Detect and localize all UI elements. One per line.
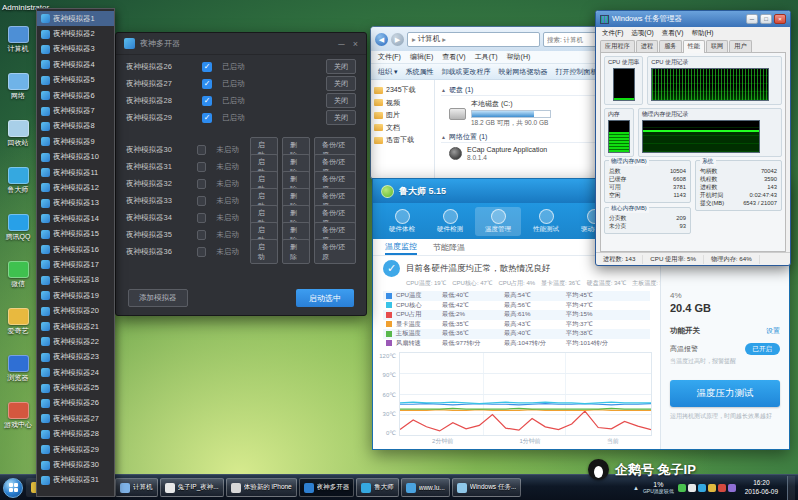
desktop-icon[interactable]: 回收站 <box>1 120 35 148</box>
list-item[interactable]: 夜神模拟器15 <box>37 226 114 241</box>
list-item[interactable]: 夜神模拟器29 <box>37 442 114 457</box>
tray-icon[interactable] <box>678 484 686 492</box>
sidebar-item[interactable]: 视频 <box>374 97 431 110</box>
list-item[interactable]: 夜神模拟器1 <box>37 11 114 26</box>
toolbar-item[interactable]: 卸载或更改程序 <box>441 67 490 77</box>
organize-button[interactable]: 组织 ▾ <box>378 67 397 77</box>
toolbar-item[interactable]: 映射网络驱动器 <box>498 67 547 77</box>
section-header-disks[interactable]: ▲ 硬盘 (1) <box>441 85 599 96</box>
tray-icon[interactable] <box>708 484 716 492</box>
checkbox-checked[interactable]: ✓ <box>202 96 212 106</box>
desktop-icon[interactable]: 浏览器 <box>1 355 35 383</box>
clock[interactable]: 16:20 2016-06-09 <box>740 479 783 496</box>
forward-button[interactable]: ▶ <box>391 33 404 46</box>
nav-item[interactable]: 温度管理 <box>475 207 521 236</box>
menu-item[interactable]: 选项(O) <box>631 29 653 38</box>
sidebar-item[interactable]: 2345下载 <box>374 84 431 97</box>
tab[interactable]: 用户 <box>729 40 751 53</box>
taskbar-button[interactable]: www.lu... <box>401 478 450 497</box>
tab[interactable]: 应用程序 <box>600 40 635 53</box>
close-button[interactable]: × <box>353 39 358 49</box>
list-item[interactable]: 夜神模拟器17 <box>37 257 114 272</box>
list-item[interactable]: 夜神模拟器14 <box>37 211 114 226</box>
list-item[interactable]: 夜神模拟器11 <box>37 165 114 180</box>
tab[interactable]: 服务 <box>659 40 681 53</box>
checkbox-unchecked[interactable] <box>197 213 206 223</box>
list-item[interactable]: 夜神模拟器12 <box>37 180 114 195</box>
list-item[interactable]: 夜神模拟器16 <box>37 242 114 257</box>
taskbar-button[interactable]: 兔子IP_夜神... <box>160 478 224 497</box>
list-item[interactable]: 夜神模拟器6 <box>37 88 114 103</box>
list-item[interactable]: 夜神模拟器9 <box>37 134 114 149</box>
back-button[interactable]: ◀ <box>375 33 388 46</box>
list-item[interactable]: 夜神模拟器13 <box>37 196 114 211</box>
desktop-icon[interactable]: 爱奇艺 <box>1 308 35 336</box>
list-item[interactable]: 夜神模拟器3 <box>37 42 114 57</box>
minimize-button[interactable]: ─ <box>338 39 344 49</box>
desktop-icon[interactable]: 鲁大师 <box>1 167 35 195</box>
tab-energy-saving[interactable]: 节能降温 <box>433 239 465 255</box>
tray-expand-icon[interactable]: ▲ <box>633 485 639 491</box>
menu-item[interactable]: 查看(V) <box>442 52 465 62</box>
list-item[interactable]: 夜神模拟器20 <box>37 303 114 318</box>
alarm-toggle[interactable]: 已开启 <box>745 343 781 355</box>
nav-item[interactable]: 硬件检测 <box>427 207 473 236</box>
section-header-network[interactable]: ▲ 网络位置 (1) <box>441 132 599 143</box>
list-item[interactable]: 夜神模拟器18 <box>37 273 114 288</box>
list-item[interactable]: 夜神模拟器7 <box>37 103 114 118</box>
close-instance-button[interactable]: 关闭 <box>326 93 356 108</box>
list-item[interactable]: 夜神模拟器31 <box>37 473 114 488</box>
tab[interactable]: 联网 <box>706 40 728 53</box>
checkbox-unchecked[interactable] <box>197 230 206 240</box>
menu-item[interactable]: 帮助(H) <box>507 52 531 62</box>
menu-item[interactable]: 文件(F) <box>602 29 623 38</box>
checkbox-unchecked[interactable] <box>197 162 206 172</box>
list-item[interactable]: 夜神模拟器26 <box>37 396 114 411</box>
breadcrumb[interactable]: 计算机 <box>418 34 441 44</box>
checkbox-unchecked[interactable] <box>197 247 206 257</box>
drive-item[interactable]: 本地磁盘 (C:) 18.2 GB 可用，共 90.0 GB <box>449 99 599 128</box>
desktop-icon[interactable]: 游戏中心 <box>1 402 35 430</box>
list-item[interactable]: 夜神模拟器8 <box>37 119 114 134</box>
checkbox-checked[interactable]: ✓ <box>202 79 212 89</box>
sidebar-item[interactable]: 图片 <box>374 109 431 122</box>
menu-item[interactable]: 查看(V) <box>662 29 684 38</box>
minimize-button[interactable]: ─ <box>746 14 758 24</box>
toolbar-item[interactable]: 系统属性 <box>405 67 433 77</box>
checkbox-unchecked[interactable] <box>197 196 206 206</box>
nav-item[interactable]: 硬件体检 <box>379 207 425 236</box>
tab[interactable]: 进程 <box>636 40 658 53</box>
desktop-icon[interactable]: 网络 <box>1 73 35 101</box>
maximize-button[interactable]: □ <box>760 14 772 24</box>
checkbox-checked[interactable]: ✓ <box>202 62 212 72</box>
sidebar-item[interactable]: 文档 <box>374 122 431 135</box>
list-item[interactable]: 夜神模拟器24 <box>37 365 114 380</box>
tray-icon[interactable] <box>728 484 736 492</box>
desktop-icon[interactable]: 微信 <box>1 261 35 289</box>
list-item[interactable]: 夜神模拟器21 <box>37 319 114 334</box>
tray-icon[interactable] <box>718 484 726 492</box>
menu-item[interactable]: 编辑(E) <box>410 52 433 62</box>
checkbox-unchecked[interactable] <box>197 179 206 189</box>
toolbar-item[interactable]: 打开控制面板 <box>555 67 597 77</box>
start-instance-button[interactable]: 启动 <box>250 239 278 264</box>
add-emulator-button[interactable]: 添加模拟器 <box>128 289 188 307</box>
desktop-icon[interactable]: 计算机 <box>1 26 35 54</box>
start-selected-button[interactable]: 启动选中 <box>296 289 354 307</box>
list-item[interactable]: 夜神模拟器30 <box>37 457 114 472</box>
address-bar[interactable]: ▸ 计算机 ▸ <box>407 32 540 47</box>
close-button[interactable]: × <box>774 14 786 24</box>
checkbox-unchecked[interactable] <box>197 145 206 155</box>
tab-temp-monitor[interactable]: 温度监控 <box>385 239 417 255</box>
stress-test-button[interactable]: 温度压力测试 <box>670 380 780 407</box>
backup-restore-button[interactable]: 备份/还原 <box>314 239 356 264</box>
close-instance-button[interactable]: 关闭 <box>326 76 356 91</box>
tray-icon[interactable] <box>698 484 706 492</box>
list-item[interactable]: 夜神模拟器28 <box>37 427 114 442</box>
taskbar-button[interactable]: 计算机 <box>115 478 158 497</box>
network-device-item[interactable]: ECap Capture Application 8.0.1.4 <box>449 146 599 161</box>
taskbar-button[interactable]: Windows 任务... <box>452 478 522 497</box>
taskbar-button[interactable]: 鲁大师 <box>356 478 399 497</box>
menu-item[interactable]: 工具(T) <box>475 52 498 62</box>
nav-item[interactable]: 性能测试 <box>523 207 569 236</box>
